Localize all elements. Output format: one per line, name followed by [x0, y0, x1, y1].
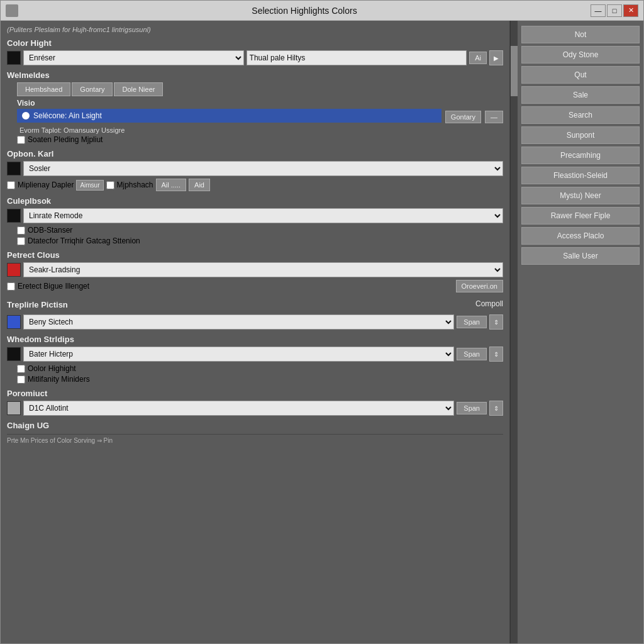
- soaten-checkbox-row: Soaten Pleding Mjpliut: [17, 135, 503, 144]
- treplirle-swatch[interactable]: [7, 315, 21, 329]
- whedom-dropdown[interactable]: Bater Hicterp: [23, 347, 454, 362]
- whedom-row: Bater Hicterp Span ⇕: [7, 347, 503, 362]
- sidebar-btn-rawer[interactable]: Rawer Fleer Fiple: [521, 207, 640, 225]
- culeplbsok-dropdown[interactable]: Linrate Remode: [23, 208, 503, 223]
- visio-minus-btn[interactable]: —: [485, 111, 503, 123]
- whedom-span-btn[interactable]: Span: [457, 348, 487, 360]
- oroeveri-button[interactable]: Oroeveri.on: [456, 280, 503, 292]
- whedom-checkboxes: Oolor Highight Mitlifanity Miniders: [17, 364, 503, 384]
- welmeldes-subsection: Hembshaed Gontary Dole Nieer Visio Seléc…: [17, 82, 503, 144]
- sidebar-btn-access[interactable]: Access Placlo: [521, 227, 640, 245]
- odb-stanser-label: ODB-Stanser: [28, 226, 72, 235]
- opbon-karl-label: Opbon. Karl: [7, 149, 503, 158]
- aid-button[interactable]: Aid: [189, 179, 210, 191]
- sidebar-btn-ody-stone[interactable]: Ody Stone: [521, 46, 640, 64]
- poromiuct-dropdown[interactable]: D1C Allotint: [23, 401, 454, 416]
- poromiuct-span-btn[interactable]: Span: [457, 402, 487, 414]
- sidebar-btn-qut[interactable]: Qut: [521, 66, 640, 84]
- color-hight-textbox[interactable]: Thual pale Hiltys: [247, 50, 467, 65]
- visio-selected-text: Selécone: Ain Lsight: [33, 111, 102, 120]
- welmeldes-label: Welmeldes: [7, 70, 503, 80]
- app-icon: [6, 4, 18, 17]
- sidebar-btn-sale[interactable]: Sale: [521, 86, 640, 104]
- content-area: (Puliters Pleslaim for Hujh-fromc1 lintr…: [1, 21, 643, 643]
- odb-stanser-checkbox[interactable]: [17, 226, 25, 235]
- mitlifanity-checkbox[interactable]: [17, 375, 25, 384]
- ai-button[interactable]: Ai: [469, 52, 487, 64]
- mitlifanity-row: Mitlifanity Miniders: [17, 375, 503, 384]
- chaign-ug-label: Chaign UG: [7, 421, 503, 430]
- maximize-button[interactable]: □: [607, 4, 622, 17]
- compoll-label: Compoll: [475, 299, 503, 308]
- eretect-checkbox[interactable]: [7, 282, 15, 291]
- color-hight-row: Enréser Thual pale Hiltys Ai ▶: [7, 50, 503, 65]
- treplirle-row: Beny Sictech Span ⇕: [7, 314, 503, 330]
- window-title: Selection Highlights Colors: [18, 6, 591, 16]
- minimize-button[interactable]: —: [591, 4, 606, 17]
- oolor-checkbox[interactable]: [17, 365, 25, 373]
- scrollbar[interactable]: [510, 21, 518, 643]
- sidebar-btn-precamhing[interactable]: Precamhing: [521, 147, 640, 164]
- treplirle-span-btn[interactable]: Span: [457, 316, 487, 328]
- petrect-clous-label: Petrect Clous: [7, 250, 503, 260]
- poromiuct-icon-btn[interactable]: ⇕: [489, 401, 503, 416]
- culeplbsok-label: Culeplbsok: [7, 196, 503, 206]
- miplienay-dapler-checkbox[interactable]: [7, 181, 15, 189]
- visio-box: Selécone: Ain Lsight: [17, 109, 441, 123]
- color-hight-dropdown[interactable]: Enréser: [23, 50, 244, 65]
- treplirle-dropdown[interactable]: Beny Sictech: [23, 314, 454, 330]
- form-text: Evorm Taplot: Omansuary Ussigre: [19, 126, 503, 134]
- tab-hembshaed[interactable]: Hembshaed: [17, 82, 70, 96]
- whedom-swatch[interactable]: [7, 347, 21, 361]
- mjphshach-checkbox[interactable]: [106, 181, 114, 189]
- subtitle-text: (Puliters Pleslaim for Hujh-fromc1 lintr…: [7, 26, 503, 33]
- culeplbsok-swatch[interactable]: [7, 209, 21, 223]
- odb-stanser-row: ODB-Stanser: [17, 226, 503, 235]
- whedom-icon-btn[interactable]: ⇕: [489, 347, 503, 362]
- color-hight-swatch[interactable]: [7, 51, 21, 65]
- opbon-karl-row: Sosler: [7, 161, 503, 176]
- treplirle-pictisn-label: Treplirle Pictisn: [7, 300, 473, 309]
- title-bar: Selection Highlights Colors — □ ✕: [1, 1, 643, 21]
- ail-button[interactable]: Ail .....: [156, 179, 187, 191]
- culeplbsok-checkboxes: ODB-Stanser Dtatecfor Trriqhir Gatcag St…: [17, 226, 503, 245]
- petrect-clous-swatch[interactable]: [7, 263, 21, 277]
- close-button[interactable]: ✕: [623, 4, 638, 17]
- oolor-label: Oolor Highight: [28, 364, 76, 373]
- sidebar-btn-fleastion[interactable]: Fleastion-Seleid: [521, 167, 640, 184]
- treplirle-header-row: Treplirle Pictisn Compoll: [7, 295, 503, 312]
- soaten-label: Soaten Pleding Mjpliut: [28, 135, 103, 144]
- tab-dole-nieer[interactable]: Dole Nieer: [114, 82, 163, 96]
- visio-inner: Selécone: Ain Lsight: [22, 111, 436, 120]
- opbon-karl-dropdown[interactable]: Sosler: [23, 161, 503, 176]
- poromiuct-swatch[interactable]: [7, 401, 21, 415]
- opbon-karl-swatch[interactable]: [7, 162, 21, 175]
- visio-gontary-btn[interactable]: Gontary: [445, 111, 481, 123]
- welmeldes-tabs: Hembshaed Gontary Dole Nieer: [17, 82, 503, 96]
- tab-gontary[interactable]: Gontary: [72, 82, 113, 96]
- petrect-clous-dropdown[interactable]: Seakr-Lradsing: [23, 262, 503, 277]
- sidebar-btn-search[interactable]: Search: [521, 106, 640, 124]
- sidebar-btn-salle[interactable]: Salle User: [521, 247, 640, 265]
- scrollbar-thumb[interactable]: [511, 46, 518, 96]
- oolor-row: Oolor Highight: [17, 364, 503, 373]
- aimsur-tag: Aimsur: [76, 180, 103, 191]
- main-window: Selection Highlights Colors — □ ✕ (Pulit…: [0, 0, 644, 644]
- poromiuct-label: Poromiuct: [7, 389, 503, 398]
- mitlifanity-label: Mitlifanity Miniders: [28, 375, 90, 384]
- miplienay-dapler-label: Miplienay Dapler: [18, 180, 74, 189]
- sidebar-btn-sunpont[interactable]: Sunpont: [521, 126, 640, 144]
- whedom-strldips-label: Whedom Strldips: [7, 335, 503, 344]
- dtatecfor-row: Dtatecfor Trriqhir Gatcag Sttenion: [17, 236, 503, 245]
- petrect-clous-row: Seakr-Lradsing: [7, 262, 503, 277]
- soaten-checkbox[interactable]: [17, 136, 25, 144]
- radio-dot[interactable]: [22, 112, 30, 119]
- opbon-karl-checkboxes: Miplienay Dapler Aimsur Mjphshach Ail ..…: [7, 179, 503, 191]
- sidebar-btn-mystu[interactable]: Mystu) Neer: [521, 187, 640, 204]
- treplirle-icon-btn[interactable]: ⇕: [489, 314, 503, 330]
- dtatecfor-checkbox[interactable]: [17, 237, 25, 245]
- eretect-label: Eretect Bigue Illenget: [18, 282, 89, 291]
- sidebar-btn-not[interactable]: Not: [521, 26, 640, 43]
- poromiuct-row: D1C Allotint Span ⇕: [7, 401, 503, 416]
- play-button[interactable]: ▶: [489, 50, 503, 65]
